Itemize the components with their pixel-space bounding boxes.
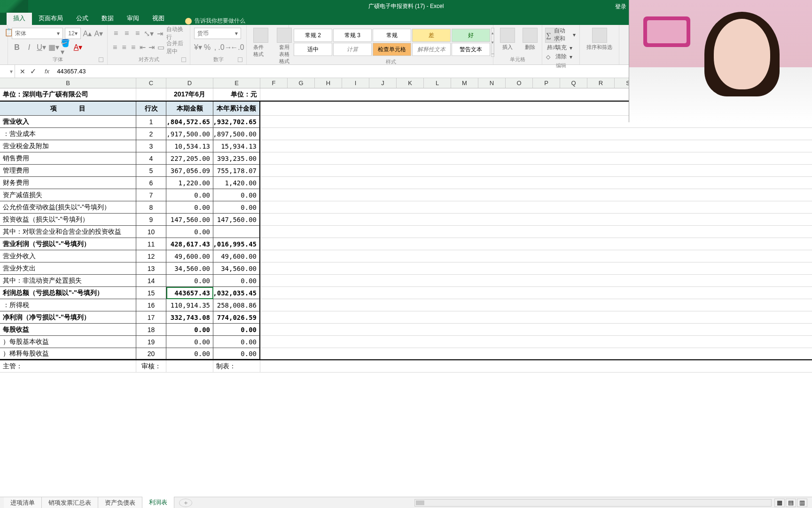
cell-line[interactable]: 4	[136, 152, 166, 165]
cell-item[interactable]: 公允价值变动收益(损失以"-"号填列）	[0, 201, 136, 214]
align-dialog-launcher[interactable]	[181, 57, 186, 62]
cell-item[interactable]: ）稀释每股收益	[0, 348, 136, 359]
fill-color-button[interactable]: 🪣▾	[61, 42, 71, 53]
increase-indent-icon[interactable]: ⇥	[148, 42, 155, 53]
cell-item[interactable]: ：营业成本	[0, 128, 136, 140]
col-header-J[interactable]: J	[369, 78, 397, 88]
col-header-B[interactable]: B	[0, 78, 136, 88]
cell-current[interactable]: 10,534.13	[166, 140, 213, 152]
cell-current[interactable]: 0.00	[166, 324, 213, 336]
underline-button[interactable]: U▾	[36, 42, 47, 53]
align-center-icon[interactable]: ≡	[120, 42, 127, 53]
col-header-O[interactable]: O	[506, 78, 533, 88]
scrollbar-thumb[interactable]	[416, 500, 424, 505]
merge-button[interactable]: ▭	[157, 42, 164, 53]
col-header-H[interactable]: H	[315, 78, 342, 88]
cell-current[interactable]: 0.00	[166, 336, 213, 348]
font-size-combo[interactable]: 12▾	[65, 28, 80, 39]
cell-ytd[interactable]: 1,420.00	[213, 177, 260, 189]
sheet-tab-3[interactable]: 资产负债表	[98, 497, 142, 508]
col-header-D[interactable]: D	[166, 78, 213, 88]
cell-current[interactable]: 0.00	[166, 226, 213, 238]
tab-view[interactable]: 视图	[146, 12, 171, 25]
insert-cells-button[interactable]: 插入	[497, 27, 518, 52]
cell-item[interactable]: 营业利润（亏损以"-"号填列）	[0, 238, 136, 250]
cell-item[interactable]: 财务费用	[0, 177, 136, 189]
header-current[interactable]: 本期金额	[166, 102, 213, 116]
cell[interactable]	[260, 165, 812, 177]
cell-line[interactable]: 14	[136, 275, 166, 287]
cell[interactable]	[260, 189, 812, 201]
cell[interactable]	[260, 262, 812, 275]
horizontal-scrollbar[interactable]	[414, 499, 772, 507]
footer-manager[interactable]: 主管：	[0, 360, 136, 373]
cell[interactable]	[260, 128, 812, 140]
cell-ytd[interactable]: 0.00	[213, 189, 260, 201]
clear-button[interactable]: ◇清除 ▾	[546, 53, 576, 61]
cell-current[interactable]: 0.00	[166, 275, 213, 287]
cell[interactable]	[136, 88, 166, 101]
cell-ytd[interactable]: 0.00	[213, 336, 260, 348]
cell-line[interactable]: 8	[136, 201, 166, 214]
fx-icon[interactable]: fx	[41, 68, 53, 75]
cell[interactable]	[166, 360, 213, 373]
col-header-R[interactable]: R	[587, 78, 615, 88]
cell-ytd[interactable]: 0.00	[213, 348, 260, 359]
tell-me-search[interactable]: 告诉我你想要做什么	[185, 17, 245, 25]
tab-data[interactable]: 数据	[95, 12, 120, 25]
cell-line[interactable]: 10	[136, 226, 166, 238]
delete-cells-button[interactable]: 删除	[520, 27, 540, 52]
number-dialog-launcher[interactable]	[238, 57, 242, 62]
cell[interactable]	[260, 238, 812, 250]
cell-item[interactable]: 管理费用	[0, 165, 136, 177]
cell-line[interactable]: 11	[136, 238, 166, 250]
col-header-C[interactable]: C	[136, 78, 166, 88]
login-link[interactable]: 登录	[615, 3, 626, 11]
cell[interactable]	[260, 360, 812, 373]
number-format-combo[interactable]: 货币▾	[194, 28, 241, 39]
cell[interactable]	[260, 250, 812, 262]
cell-ytd[interactable]: 755,178.07	[213, 165, 260, 177]
merge-label[interactable]: 合并后居中	[166, 40, 186, 56]
cell-current[interactable]: 332,743.08	[166, 311, 213, 324]
cell-line[interactable]: 9	[136, 214, 166, 226]
cell[interactable]	[260, 324, 812, 336]
cell-line[interactable]: 18	[136, 324, 166, 336]
add-sheet-button[interactable]: ＋	[179, 499, 192, 507]
cell-item[interactable]: 营业外收入	[0, 250, 136, 262]
col-header-N[interactable]: N	[478, 78, 506, 88]
style-normal2[interactable]: 常规 2	[294, 29, 332, 42]
cell-line[interactable]: 3	[136, 140, 166, 152]
style-bad[interactable]: 差	[412, 29, 451, 42]
cell-current[interactable]: 49,600.00	[166, 250, 213, 262]
view-page-layout-icon[interactable]: ▤	[786, 499, 796, 507]
sheet-tab-1[interactable]: 进项清单	[4, 497, 42, 508]
formula-confirm-icon[interactable]: ✓	[30, 67, 36, 76]
tab-formula[interactable]: 公式	[70, 12, 95, 25]
col-header-F[interactable]: F	[260, 78, 288, 88]
cell-ytd[interactable]: 774,026.59	[213, 311, 260, 324]
cell[interactable]	[260, 140, 812, 152]
cell-ytd[interactable]: 5,932,702.65	[213, 116, 260, 128]
cell-line[interactable]: 15	[136, 287, 166, 299]
cell-item[interactable]: 每股收益	[0, 324, 136, 336]
cell-period[interactable]: 2017年6月	[166, 88, 213, 101]
cell-item[interactable]: 销售费用	[0, 152, 136, 165]
cell-company[interactable]: 单位：深圳电子广硕有限公司	[0, 88, 136, 101]
align-right-icon[interactable]: ≡	[130, 42, 137, 53]
cell-ytd[interactable]	[213, 226, 260, 238]
cell[interactable]	[260, 287, 812, 299]
cell-ytd[interactable]: 147,560.00	[213, 214, 260, 226]
sort-filter-button[interactable]: 排序和筛选	[584, 27, 615, 52]
cell-current[interactable]: 443657.43	[166, 287, 213, 299]
style-explain[interactable]: 解释性文本	[412, 43, 451, 56]
col-header-G[interactable]: G	[288, 78, 315, 88]
style-moderate[interactable]: 适中	[294, 43, 332, 56]
cell-line[interactable]: 19	[136, 336, 166, 348]
cell-item[interactable]: 净利润（净亏损以"-"号填列）	[0, 311, 136, 324]
cell-ytd[interactable]: 258,008.86	[213, 299, 260, 311]
cell-line[interactable]: 6	[136, 177, 166, 189]
cell-item[interactable]: 营业税金及附加	[0, 140, 136, 152]
col-header-I[interactable]: I	[342, 78, 369, 88]
cell-current[interactable]: 147,560.00	[166, 214, 213, 226]
